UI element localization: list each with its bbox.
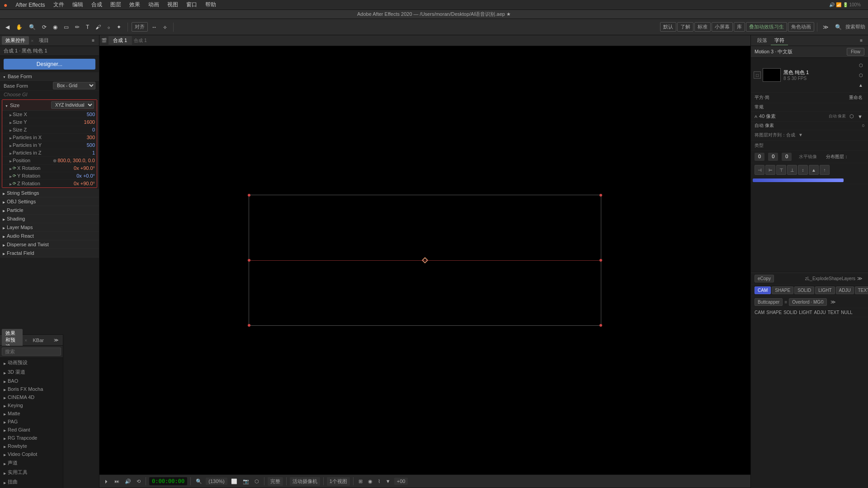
panel-val2[interactable]: 0 <box>768 153 778 161</box>
base-form-header[interactable]: Base Form <box>0 72 99 81</box>
align-left-btn[interactable]: ⊣ <box>755 165 764 175</box>
rename-btn[interactable]: 重命名 <box>847 94 864 102</box>
search-btn[interactable]: 🔍 <box>832 22 844 32</box>
shape-btn[interactable]: SHAPE <box>772 286 793 294</box>
ws-standard[interactable]: 标准 <box>694 22 711 32</box>
align-hcenter-btn[interactable]: ⊢ <box>765 165 775 175</box>
menu-comp[interactable]: 合成 <box>88 0 106 9</box>
fractal-header[interactable]: Fractal Field <box>0 249 99 258</box>
light-btn[interactable]: LIGHT <box>815 286 835 294</box>
vt-motion-path[interactable]: ⌇ <box>376 478 382 485</box>
ws-default[interactable]: 默认 <box>660 22 676 32</box>
motion-sketch-btn[interactable]: ⟡ <box>160 22 170 32</box>
cat-utility[interactable]: 实用工具 <box>0 468 63 477</box>
vt-fit[interactable]: ⬜ <box>229 478 239 485</box>
layer-divider-btn[interactable]: 分布图层： <box>824 153 850 161</box>
tool-pen[interactable]: ✏ <box>72 22 82 32</box>
cat-cinema4d[interactable]: CINEMA 4D <box>0 393 63 401</box>
solid-btn[interactable]: SOLID <box>794 286 814 294</box>
tool-puppet[interactable]: ✦ <box>114 22 124 32</box>
position-value[interactable]: 800.0, 300.0, 0.0 <box>57 158 95 163</box>
cat-videocopilot[interactable]: Video Copilot <box>0 450 63 458</box>
cat-keying[interactable]: Keying <box>0 401 63 409</box>
cat-rowbyte[interactable]: Rowbyte <box>0 442 63 450</box>
overlord-btn[interactable]: Overlord · MG© <box>789 298 827 306</box>
rp-tab-character[interactable]: 字符 <box>771 36 788 45</box>
designer-button[interactable]: Designer... <box>4 59 95 70</box>
ecopy-btn[interactable]: eCopy <box>755 275 774 282</box>
tool-rotate[interactable]: ⟳ <box>39 22 49 32</box>
align-label[interactable]: 对齐 <box>132 22 148 32</box>
tool-brush[interactable]: 🖌 <box>93 22 104 32</box>
x-rotation-value[interactable]: 0x +90.0° <box>74 165 95 171</box>
menu-edit[interactable]: 编辑 <box>69 0 87 9</box>
search-input[interactable] <box>2 347 61 356</box>
align-bottom-btn[interactable]: ▲ <box>809 165 819 175</box>
menu-view[interactable]: 视图 <box>164 0 182 9</box>
view-display[interactable]: 1个视图 <box>327 477 350 486</box>
ws-expand[interactable]: ≫ <box>820 22 831 32</box>
align-top-btn[interactable]: ⊥ <box>787 165 797 175</box>
expand-right-btn[interactable]: ⬡ <box>856 70 865 80</box>
fontsize-dropdown[interactable]: ▼ <box>856 113 864 120</box>
plus-btn[interactable]: ≫ <box>829 298 838 306</box>
time-display[interactable]: 0:00:00:00 <box>149 477 187 485</box>
cat-animation[interactable]: 动画预设 <box>0 358 63 367</box>
panel-menu-btn[interactable]: ≡ <box>89 36 97 45</box>
cam-btn[interactable]: CAM <box>755 286 771 294</box>
expand-arrow-btn[interactable]: ≫ <box>855 275 864 282</box>
bf-dropdown[interactable]: Box - Grid Box - Random Sphere <box>53 82 95 89</box>
corner-handle-br[interactable] <box>599 324 602 327</box>
tool-camera[interactable]: ◉ <box>50 22 60 32</box>
size-header[interactable]: Size XYZ Individual Uniform <box>2 100 97 111</box>
expand-left-btn[interactable]: ⬡ <box>856 61 865 70</box>
tab-effect-controls[interactable]: 效果控件 <box>2 36 29 45</box>
vt-grid[interactable]: ⊞ <box>357 478 364 485</box>
panel-val1[interactable]: 0 <box>755 153 764 161</box>
menu-help[interactable]: 帮助 <box>202 0 220 9</box>
menu-file[interactable]: 文件 <box>50 0 68 9</box>
particles-x-value[interactable]: 300 <box>87 135 95 140</box>
layer-checkbox[interactable]: □ <box>754 71 761 79</box>
layer-maps-header[interactable]: Layer Maps <box>0 223 99 232</box>
rp-menu-btn[interactable]: ≡ <box>857 36 865 45</box>
align-vcenter-btn[interactable]: ↕ <box>798 165 808 175</box>
ws-overlay[interactable]: 叠加动效练习生 <box>746 22 787 32</box>
cat-bao[interactable]: BAO <box>0 377 63 385</box>
size-mode-dropdown[interactable]: XYZ Individual Uniform <box>51 101 94 109</box>
flow-button[interactable]: Flow <box>847 48 864 56</box>
cat-3d[interactable]: 3D 渠道 <box>0 367 63 377</box>
filter-align-arrow[interactable]: ▼ <box>798 132 803 137</box>
particle-header[interactable]: Particle <box>0 206 99 215</box>
cat-matte[interactable]: Matte <box>0 409 63 418</box>
corner-handle-tl[interactable] <box>248 194 250 197</box>
size-y-value[interactable]: 1600 <box>84 119 95 125</box>
buttcapper-btn[interactable]: Buttcapper <box>755 298 783 306</box>
vt-search[interactable]: 🔍 <box>194 478 204 485</box>
cat-audio[interactable]: 声道 <box>0 458 63 468</box>
rp-tab-paragraph[interactable]: 段落 <box>754 36 771 45</box>
quality-display[interactable]: 完整 <box>268 477 283 486</box>
shading-header[interactable]: Shading <box>0 215 99 223</box>
cat-pag[interactable]: PAG <box>0 418 63 426</box>
corner-handle-tr[interactable] <box>599 194 602 197</box>
tool-stamp[interactable]: ⬦ <box>104 22 113 32</box>
vt-loop[interactable]: ⟲ <box>135 478 142 485</box>
adju-btn[interactable]: ADJU <box>836 286 854 294</box>
tool-hand[interactable]: ✋ <box>13 22 25 32</box>
snap-btn[interactable]: ↔ <box>149 22 160 32</box>
y-rotation-value[interactable]: 0x +0.0° <box>76 173 95 178</box>
vt-mask[interactable]: ◉ <box>366 478 374 485</box>
tool-text[interactable]: T <box>83 22 92 32</box>
audio-react-header[interactable]: Audio React <box>0 232 99 240</box>
auto-size-btn[interactable]: ⬡ <box>848 113 856 120</box>
menu-animation[interactable]: 动画 <box>145 0 163 9</box>
viewer[interactable] <box>99 46 750 474</box>
vt-audio[interactable]: 🔊 <box>123 478 133 485</box>
ws-library[interactable]: 库 <box>734 22 745 32</box>
particles-y-value[interactable]: 500 <box>87 142 95 148</box>
menu-effects[interactable]: 效果 <box>126 0 144 9</box>
align-up-btn[interactable]: ↑ <box>820 165 830 175</box>
vt-snapshot[interactable]: 📷 <box>241 478 251 485</box>
tool-zoom[interactable]: 🔍 <box>26 22 38 32</box>
